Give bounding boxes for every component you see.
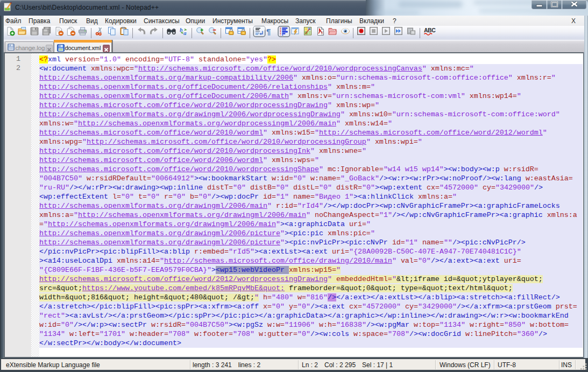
- svg-text:{}: {}: [321, 30, 324, 35]
- svg-text:b: b: [180, 26, 183, 33]
- svg-text:¶: ¶: [266, 27, 271, 36]
- svg-text:ABC: ABC: [424, 27, 436, 33]
- svg-text:a: a: [183, 30, 187, 36]
